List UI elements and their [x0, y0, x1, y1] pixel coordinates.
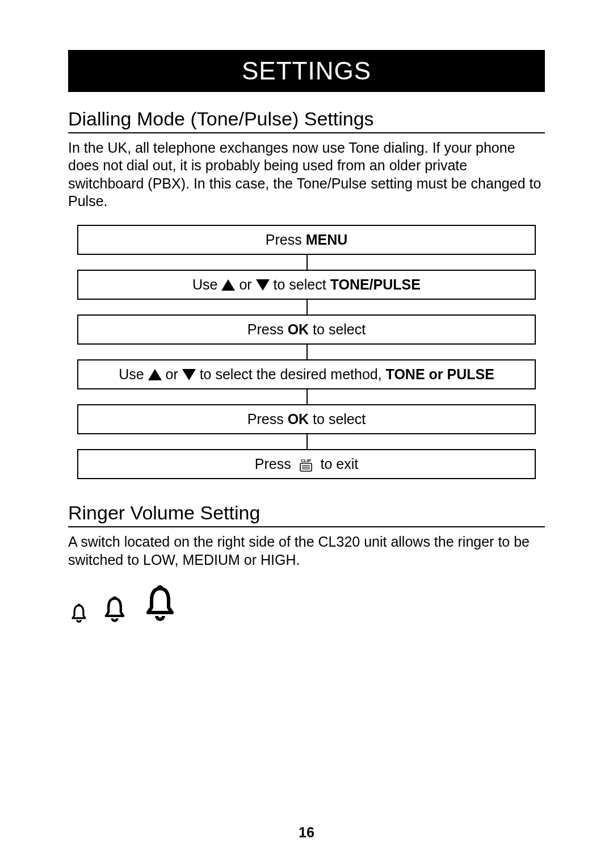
bell-large-icon — [140, 584, 180, 624]
flow-text: Press — [247, 321, 288, 337]
svg-text:CLIP: CLIP — [300, 458, 311, 463]
flow-step-2: Use or to select TONE/PULSE — [78, 270, 535, 299]
flow-text: or — [166, 366, 178, 382]
flow-step-6: Press CLIP to exit — [78, 450, 535, 479]
flow-text-bold: OK — [288, 411, 309, 427]
section-paragraph-ringer: A switch located on the right side of th… — [68, 533, 545, 569]
flow-connector — [78, 254, 535, 270]
flow-connector — [78, 389, 535, 405]
flow-text: Press — [255, 456, 295, 472]
flow-step-4: Use or to select the desired method, TON… — [78, 360, 535, 389]
flow-step-5: Press OK to select — [78, 405, 535, 434]
flow-text: Press — [266, 232, 306, 248]
section-title-ringer: Ringer Volume Setting — [68, 502, 545, 527]
page-number: 16 — [0, 824, 613, 841]
flow-connector — [78, 434, 535, 450]
flow-text: to select — [309, 321, 366, 337]
flow-text: or — [239, 276, 255, 292]
triangle-up-icon — [148, 369, 162, 380]
flow-step-3: Press OK to select — [78, 315, 535, 344]
flow-text: Use — [192, 276, 221, 292]
flow-text-bold: TONE or PULSE — [386, 366, 494, 382]
section-title-dialling: Dialling Mode (Tone/Pulse) Settings — [68, 108, 545, 133]
triangle-up-icon — [221, 279, 235, 291]
bell-icons — [68, 584, 545, 624]
section-paragraph-dialling: In the UK, all telephone exchanges now u… — [68, 139, 545, 210]
triangle-down-icon — [182, 369, 196, 380]
flow-text: to select — [309, 411, 366, 427]
flow-step-1: Press MENU — [78, 225, 535, 254]
bell-medium-icon — [100, 595, 129, 624]
triangle-down-icon — [256, 279, 270, 291]
clip-card-icon: CLIP — [297, 458, 314, 472]
flow-text: to select — [274, 276, 330, 292]
bell-small-icon — [68, 603, 90, 624]
flow-text-bold: TONE/PULSE — [330, 276, 421, 292]
flow-chart: Press MENU Use or to select TONE/PULSE P… — [68, 225, 545, 479]
flow-text: to exit — [321, 456, 359, 472]
page-header: SETTINGS — [68, 50, 545, 92]
flow-text: Use — [119, 366, 148, 382]
flow-text: to select the desired method, — [200, 366, 386, 382]
flow-connector — [78, 299, 535, 315]
flow-text: Press — [247, 411, 288, 427]
flow-connector — [78, 344, 535, 360]
flow-text-bold: OK — [288, 321, 309, 337]
flow-text-bold: MENU — [306, 232, 348, 248]
